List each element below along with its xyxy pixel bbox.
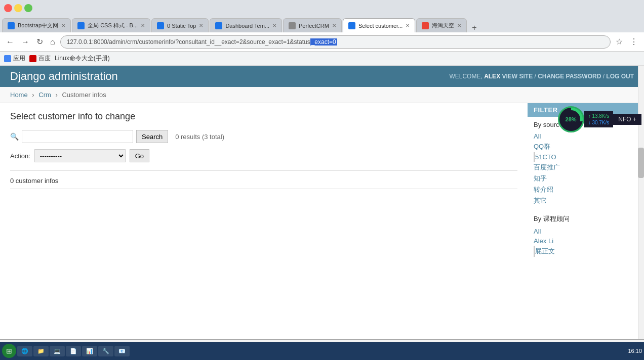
filter-item-alexli[interactable]: Alex Li bbox=[534, 236, 638, 246]
bookmark-baidu[interactable]: 百度 bbox=[29, 54, 51, 63]
filter-link[interactable]: 百度推广 bbox=[534, 163, 560, 171]
filter-title-consultant: By 课程顾问 bbox=[534, 214, 638, 223]
tab-favicon bbox=[215, 22, 222, 29]
tab-close-icon[interactable]: ✕ bbox=[61, 23, 65, 28]
tab-perfectcrm[interactable]: PerfectCRM ✕ bbox=[283, 18, 342, 32]
tabs-bar: Bootstrap中文网 ✕ 全局 CSS 样式 - B... ✕ 0 Stat… bbox=[0, 16, 644, 32]
tab-close-icon[interactable]: ✕ bbox=[141, 23, 145, 28]
tab-bootstrap[interactable]: Bootstrap中文网 ✕ bbox=[2, 18, 71, 32]
windows-icon: ⊞ bbox=[6, 347, 12, 355]
browser-window: Bootstrap中文网 ✕ 全局 CSS 样式 - B... ✕ 0 Stat… bbox=[0, 0, 644, 360]
content-divider bbox=[10, 170, 517, 171]
bookmark-label: Linux命令大全(手册) bbox=[55, 54, 110, 63]
tab-favicon bbox=[422, 22, 429, 29]
breadcrumb-home[interactable]: Home bbox=[10, 91, 28, 99]
clock-time: 16:10 bbox=[628, 348, 642, 354]
start-button[interactable]: ⊞ bbox=[2, 344, 16, 358]
taskbar: ⊞ 🌐 📁 💻 📄 📊 🔧 📧 16:10 bbox=[0, 342, 644, 360]
tab-close-icon[interactable]: ✕ bbox=[272, 23, 276, 28]
tab-close-icon[interactable]: ✕ bbox=[457, 23, 461, 28]
back-button[interactable]: ← bbox=[4, 36, 16, 48]
net-info-button[interactable]: NFO + bbox=[613, 114, 641, 125]
taskbar-clock: 16:10 bbox=[628, 348, 642, 354]
filter-link[interactable]: QQ群 bbox=[534, 143, 550, 150]
page-title: Select customer info to change bbox=[10, 111, 517, 122]
filter-link[interactable]: 51CTO bbox=[535, 153, 556, 161]
maximize-button[interactable] bbox=[24, 4, 32, 12]
action-go-button[interactable]: Go bbox=[130, 149, 149, 162]
filter-item-51cto[interactable]: 51CTO bbox=[534, 152, 638, 162]
menu-button[interactable]: ⋮ bbox=[628, 36, 640, 48]
search-button[interactable]: Search bbox=[136, 130, 168, 143]
address-input[interactable]: 127.0.0.1:8000/admin/crm/customerinfo/?c… bbox=[60, 35, 611, 49]
breadcrumb-crm[interactable]: Crm bbox=[38, 91, 51, 99]
breadcrumb-section: Customer infos bbox=[62, 91, 106, 99]
filter-item-all-c[interactable]: All bbox=[534, 227, 638, 236]
filter-item-qq[interactable]: QQ群 bbox=[534, 141, 638, 152]
filter-list-source: All QQ群 51CTO 百度推广 知乎 转介绍 其它 bbox=[534, 131, 638, 206]
tab-favicon bbox=[348, 22, 355, 29]
taskbar-excel[interactable]: 📊 bbox=[82, 346, 97, 356]
tab-static-top[interactable]: 0 Static Top ✕ bbox=[151, 18, 209, 32]
filter-link[interactable]: 知乎 bbox=[534, 174, 547, 182]
tab-select-customer[interactable]: Select customer... ✕ bbox=[343, 18, 415, 32]
tab-close-icon[interactable]: ✕ bbox=[199, 23, 203, 28]
home-button[interactable]: ⌂ bbox=[48, 36, 57, 48]
change-password-link[interactable]: CHANGE PASSWORD bbox=[538, 73, 601, 80]
star-button[interactable]: ☆ bbox=[614, 36, 625, 48]
filter-item-other[interactable]: 其它 bbox=[534, 195, 638, 206]
search-results: 0 results (3 total) bbox=[175, 133, 224, 141]
filter-item-zhihu[interactable]: 知乎 bbox=[534, 173, 638, 184]
taskbar-word[interactable]: 📄 bbox=[66, 346, 81, 356]
tab-close-icon[interactable]: ✕ bbox=[406, 23, 410, 28]
minimize-button[interactable] bbox=[14, 4, 22, 12]
filter-item-all[interactable]: All bbox=[534, 131, 638, 141]
bookmark-apps[interactable]: 应用 bbox=[4, 54, 25, 63]
search-input[interactable] bbox=[22, 130, 133, 143]
filter-link[interactable]: 屁正文 bbox=[535, 247, 555, 255]
taskbar-explorer[interactable]: 💻 bbox=[50, 346, 65, 356]
taskbar-app1[interactable]: 🔧 bbox=[98, 346, 113, 356]
content-wrapper: Select customer info to change 🔍 Search … bbox=[0, 103, 644, 261]
taskbar-app2[interactable]: 📧 bbox=[114, 346, 130, 356]
address-bar: ← → ↻ ⌂ 127.0.0.1:8000/admin/crm/custome… bbox=[0, 32, 644, 52]
filter-link[interactable]: All bbox=[534, 228, 541, 235]
net-info-label: NFO + bbox=[618, 116, 636, 123]
tab-close-icon[interactable]: ✕ bbox=[332, 23, 336, 28]
search-icon: 🔍 bbox=[10, 132, 19, 141]
bookmark-linux[interactable]: Linux命令大全(手册) bbox=[55, 54, 110, 63]
action-bar: Action: ---------- Go bbox=[10, 149, 517, 162]
title-bar bbox=[0, 0, 644, 16]
tab-dashboard[interactable]: Dashboard Tem... ✕ bbox=[210, 18, 282, 32]
logout-link[interactable]: LOG OUT bbox=[606, 73, 634, 80]
refresh-button[interactable]: ↻ bbox=[34, 36, 45, 48]
filter-item-pizhengwen[interactable]: 屁正文 bbox=[534, 246, 638, 257]
net-download: ↓ 30.7K/s bbox=[588, 120, 610, 125]
tab-label: Select customer... bbox=[358, 23, 402, 29]
tab-label: PerfectCRM bbox=[299, 23, 329, 29]
network-monitor: 28% ↑ 13.8K/s ↓ 30.7K/s NFO + bbox=[558, 106, 641, 132]
username: ALEX bbox=[484, 73, 500, 80]
action-select[interactable]: ---------- bbox=[34, 149, 126, 162]
filter-item-referral[interactable]: 转介绍 bbox=[534, 184, 638, 195]
taskbar-folder[interactable]: 📁 bbox=[33, 346, 49, 356]
apps-icon bbox=[4, 55, 11, 62]
new-tab-button[interactable]: + bbox=[468, 23, 480, 32]
django-header: Django administration WELCOME, ALEX VIEW… bbox=[0, 66, 644, 87]
results-count: 0 customer infos bbox=[10, 177, 517, 189]
close-button[interactable] bbox=[4, 4, 12, 12]
filter-item-baidu[interactable]: 百度推广 bbox=[534, 162, 638, 173]
forward-button[interactable]: → bbox=[19, 36, 31, 48]
tab-css[interactable]: 全局 CSS 样式 - B... ✕ bbox=[72, 18, 150, 32]
filter-link[interactable]: 其它 bbox=[534, 197, 547, 204]
filter-link[interactable]: All bbox=[534, 132, 541, 140]
taskbar-chrome[interactable]: 🌐 bbox=[17, 346, 32, 356]
search-bar: 🔍 Search 0 results (3 total) bbox=[10, 130, 517, 143]
net-stats: ↑ 13.8K/s ↓ 30.7K/s bbox=[584, 111, 614, 127]
filter-link[interactable]: Alex Li bbox=[534, 237, 553, 245]
address-text-selected: _exact=0 bbox=[310, 38, 337, 46]
filter-link[interactable]: 转介绍 bbox=[534, 186, 553, 193]
tab-haitao[interactable]: 海淘天空 ✕ bbox=[416, 18, 467, 32]
scroll-thumb[interactable] bbox=[638, 148, 644, 178]
view-site-link[interactable]: VIEW SITE bbox=[502, 73, 533, 80]
